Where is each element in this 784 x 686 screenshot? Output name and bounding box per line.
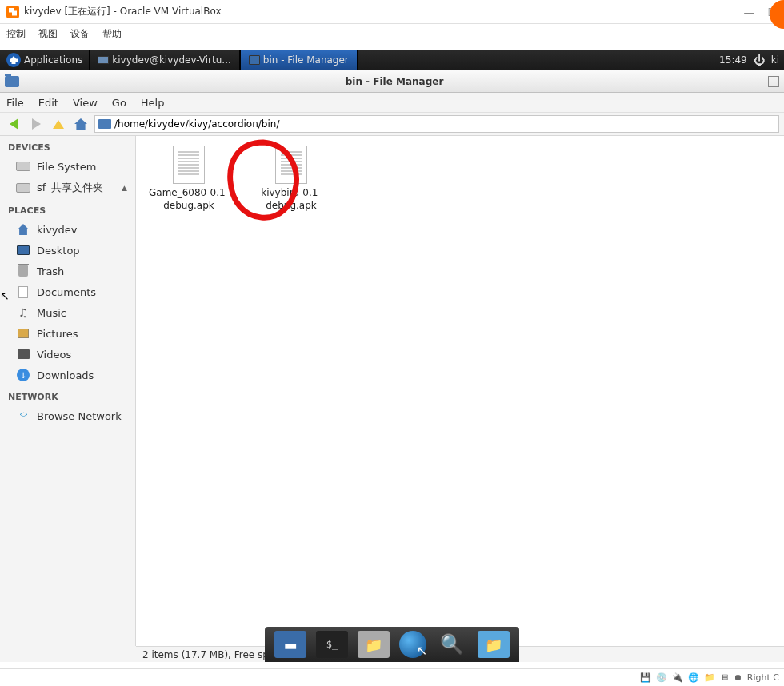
path-bar[interactable]: /home/kivydev/kivy/accordion/bin/ — [94, 115, 779, 133]
eject-icon[interactable]: ▲ — [122, 184, 127, 192]
clock[interactable]: 15:49 — [719, 54, 747, 66]
xfce-icon — [6, 53, 21, 67]
vbox-statusbar: 💾 💿 🔌 🌐 📁 🖥 ⏺ Right C — [0, 668, 784, 686]
bottom-dock: ▬ $_ 📁 🔍 📁 ↖ — [265, 627, 519, 662]
sidebar-label: Downloads — [37, 369, 94, 381]
sidebar-label: Documents — [37, 286, 96, 298]
desktop-icon — [17, 245, 30, 255]
sidebar-item-desktop[interactable]: Desktop — [0, 240, 135, 261]
vbox-window-title: kivydev [正在运行] - Oracle VM VirtualBox — [24, 5, 743, 18]
dock-terminal[interactable]: $_ — [316, 631, 348, 658]
file-icon — [275, 146, 307, 184]
vbox-menu-devices[interactable]: 设备 — [70, 27, 90, 41]
power-icon[interactable]: ⏻ — [754, 54, 765, 66]
path-text: /home/kivydev/kivy/accordion/bin/ — [114, 118, 279, 130]
menu-view[interactable]: View — [73, 97, 98, 109]
vbox-indicator-recording[interactable]: ⏺ — [734, 672, 742, 683]
taskbar-filemanager[interactable]: bin - File Manager — [240, 50, 358, 70]
file-label: kivybird-0.1-debug.apk — [248, 187, 334, 212]
sidebar-label: File System — [37, 161, 96, 173]
videos-icon — [18, 349, 30, 359]
up-button[interactable] — [50, 115, 67, 133]
taskbar-terminal[interactable]: kivydev@kivydev-Virtu... — [89, 50, 239, 70]
guest-desktop: Applications kivydev@kivydev-Virtu... bi… — [0, 50, 784, 662]
sidebar-label: Trash — [37, 265, 64, 277]
document-icon — [18, 286, 28, 298]
vbox-indicator-network[interactable]: 🌐 — [688, 672, 699, 683]
menu-go[interactable]: Go — [112, 97, 126, 109]
vbox-indicator-disk[interactable]: 💾 — [640, 672, 651, 683]
drive-icon — [16, 162, 30, 171]
dock-file-manager[interactable]: 📁 — [358, 631, 390, 658]
menu-help[interactable]: Help — [141, 97, 165, 109]
forward-button[interactable] — [27, 115, 45, 133]
back-button[interactable] — [5, 115, 22, 133]
sidebar-label: Pictures — [37, 328, 78, 340]
sidebar-item-trash[interactable]: Trash — [0, 261, 135, 281]
network-header: NETWORK — [0, 385, 135, 405]
dock-browser[interactable] — [399, 631, 426, 658]
dock-show-desktop[interactable]: ▬ — [274, 631, 306, 658]
sidebar-label: Browse Network — [37, 410, 122, 422]
drive-icon — [16, 183, 30, 193]
vbox-menu-help[interactable]: 帮助 — [102, 27, 122, 41]
folder-task-icon — [249, 55, 260, 65]
file-item-game-apk[interactable]: Game_6080-0.1-debug.apk — [146, 146, 232, 212]
menu-edit[interactable]: Edit — [38, 97, 58, 109]
fm-window-title: bin - File Manager — [24, 76, 765, 87]
file-manager-window: bin - File Manager File Edit View Go Hel… — [0, 70, 784, 662]
fm-maximize-button[interactable] — [768, 76, 779, 87]
sidebar-item-documents[interactable]: Documents — [0, 281, 135, 302]
vbox-host-key: Right C — [747, 672, 779, 683]
taskbar-filemanager-label: bin - File Manager — [263, 54, 349, 66]
menu-file[interactable]: File — [6, 97, 24, 109]
vbox-menubar: 控制 视图 设备 帮助 — [0, 24, 784, 43]
file-icon — [173, 146, 205, 184]
sidebar-item-network[interactable]: ⌔ Browse Network — [0, 405, 135, 426]
pictures-icon — [18, 329, 29, 338]
vbox-titlebar: kivydev [正在运行] - Oracle VM VirtualBox — … — [0, 0, 784, 24]
file-content-area[interactable]: Game_6080-0.1-debug.apk kivybird-0.1-deb… — [136, 136, 784, 646]
home-icon — [18, 224, 29, 235]
wifi-icon: ⌔ — [16, 409, 30, 422]
sidebar-item-shared[interactable]: sf_共享文件夹 ▲ — [0, 177, 135, 199]
terminal-task-icon — [98, 56, 109, 64]
vbox-indicator-usb[interactable]: 🔌 — [672, 672, 683, 683]
music-icon: ♫ — [16, 306, 30, 319]
vbox-menu-control[interactable]: 控制 — [6, 27, 26, 41]
sidebar-label: Desktop — [37, 245, 80, 257]
sidebar-item-pictures[interactable]: Pictures — [0, 323, 135, 344]
fm-menubar: File Edit View Go Help — [0, 93, 784, 112]
downloads-icon: ↓ — [17, 369, 30, 381]
sidebar-item-home[interactable]: kivydev — [0, 219, 135, 240]
vbox-indicator-display[interactable]: 🖥 — [720, 672, 729, 683]
top-panel: Applications kivydev@kivydev-Virtu... bi… — [0, 50, 784, 70]
sidebar-label: Music — [37, 307, 66, 319]
applications-menu[interactable]: Applications — [0, 50, 89, 70]
user-hint: ki — [771, 54, 779, 66]
taskbar-terminal-label: kivydev@kivydev-Virtu... — [112, 54, 230, 66]
sidebar-item-videos[interactable]: Videos — [0, 344, 135, 365]
dock-search[interactable]: 🔍 — [436, 631, 468, 658]
sidebar-item-music[interactable]: ♫ Music — [0, 302, 135, 323]
vbox-indicator-shared[interactable]: 📁 — [704, 672, 715, 683]
sidebar-item-downloads[interactable]: ↓ Downloads — [0, 365, 135, 385]
virtualbox-icon — [6, 6, 19, 18]
dock-folder[interactable]: 📁 — [478, 631, 510, 658]
applications-label: Applications — [24, 54, 82, 66]
places-header: PLACES — [0, 199, 135, 219]
devices-header: DEVICES — [0, 136, 135, 156]
sidebar-label: sf_共享文件夹 — [37, 181, 103, 195]
sidebar-item-filesystem[interactable]: File System — [0, 156, 135, 177]
sidebar-label: Videos — [37, 349, 71, 361]
fm-titlebar[interactable]: bin - File Manager — [0, 70, 784, 93]
home-button[interactable] — [72, 115, 90, 133]
vbox-indicator-optical[interactable]: 💿 — [656, 672, 667, 683]
folder-icon — [5, 76, 19, 87]
trash-icon — [18, 265, 28, 277]
file-label: Game_6080-0.1-debug.apk — [146, 187, 232, 212]
vbox-menu-view[interactable]: 视图 — [38, 27, 58, 41]
file-item-kivybird-apk[interactable]: kivybird-0.1-debug.apk — [248, 146, 334, 212]
minimize-button[interactable]: — — [743, 6, 754, 18]
sidebar-label: kivydev — [37, 224, 77, 236]
